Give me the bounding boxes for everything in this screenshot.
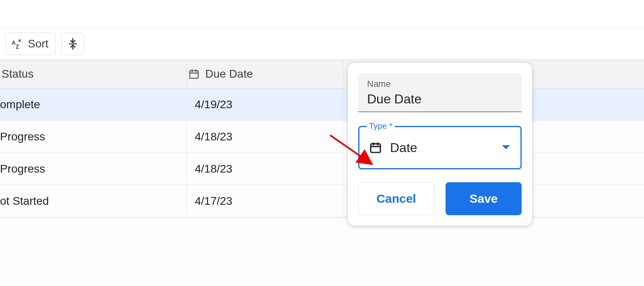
cell-status-value: Progress xyxy=(0,163,45,175)
cell-status[interactable]: Progress xyxy=(0,121,187,152)
calendar-icon xyxy=(188,68,200,80)
save-button[interactable]: Save xyxy=(446,182,522,215)
svg-text:A: A xyxy=(12,39,16,46)
column-name-label: Name xyxy=(367,79,513,89)
column-header-status[interactable]: Status xyxy=(0,60,187,88)
grid-body: omplete4/19/23Progress4/18/23Progress4/1… xyxy=(0,88,644,218)
cancel-button-label: Cancel xyxy=(376,192,416,206)
cell-due-date-value: 4/18/23 xyxy=(195,130,232,143)
cell-status[interactable]: ot Started xyxy=(0,185,187,217)
column-edit-popover: Name Due Date Type * Date Cancel Save xyxy=(348,63,532,226)
svg-rect-7 xyxy=(371,144,380,152)
data-grid: Status Due Date omplete4/19/23Progress4/… xyxy=(0,60,644,218)
table-row[interactable]: Progress4/18/23 xyxy=(0,153,644,185)
column-type-label: Type * xyxy=(367,121,395,131)
save-button-label: Save xyxy=(469,192,497,206)
cell-status-value: ot Started xyxy=(0,195,49,208)
cell-status-value: omplete xyxy=(0,98,40,111)
column-header-status-label: Status xyxy=(2,68,33,80)
table-row[interactable]: ot Started4/17/23 xyxy=(0,185,644,217)
column-header-due-label: Due Date xyxy=(205,68,253,80)
cell-status[interactable]: omplete xyxy=(0,88,187,120)
window-top-gap xyxy=(0,0,644,28)
cell-status[interactable]: Progress xyxy=(0,153,187,185)
cell-due-date[interactable]: 4/17/23 xyxy=(187,185,343,217)
collapse-rows-icon xyxy=(68,38,78,50)
column-type-value: Date xyxy=(390,140,417,155)
cell-due-date-value: 4/17/23 xyxy=(195,195,232,208)
cell-due-date-value: 4/18/23 xyxy=(195,163,232,175)
sort-az-icon: A Z xyxy=(12,39,23,49)
cancel-button[interactable]: Cancel xyxy=(358,182,434,215)
table-row[interactable]: Progress4/18/23 xyxy=(0,121,644,153)
sort-button-label: Sort xyxy=(28,37,48,50)
chevron-down-icon xyxy=(501,144,511,151)
cell-due-date[interactable]: 4/19/23 xyxy=(187,88,343,120)
table-row[interactable]: omplete4/19/23 xyxy=(0,88,644,121)
popover-button-row: Cancel Save xyxy=(358,182,522,215)
column-type-select[interactable]: Type * Date xyxy=(358,126,522,169)
column-header-due-date[interactable]: Due Date xyxy=(187,60,343,88)
toolbar: A Z Sort xyxy=(0,28,644,60)
cell-status-value: Progress xyxy=(0,130,45,143)
cell-due-date[interactable]: 4/18/23 xyxy=(187,121,343,152)
cell-due-date-value: 4/19/23 xyxy=(195,98,232,111)
calendar-icon xyxy=(369,141,382,154)
grid-header-row: Status Due Date xyxy=(0,60,644,88)
sort-button[interactable]: A Z Sort xyxy=(6,33,56,55)
column-name-value: Due Date xyxy=(367,92,513,107)
svg-rect-3 xyxy=(190,71,198,78)
collapse-rows-button[interactable] xyxy=(62,33,84,55)
column-name-field[interactable]: Name Due Date xyxy=(358,73,522,112)
cell-due-date[interactable]: 4/18/23 xyxy=(187,153,343,185)
svg-text:Z: Z xyxy=(16,43,19,49)
